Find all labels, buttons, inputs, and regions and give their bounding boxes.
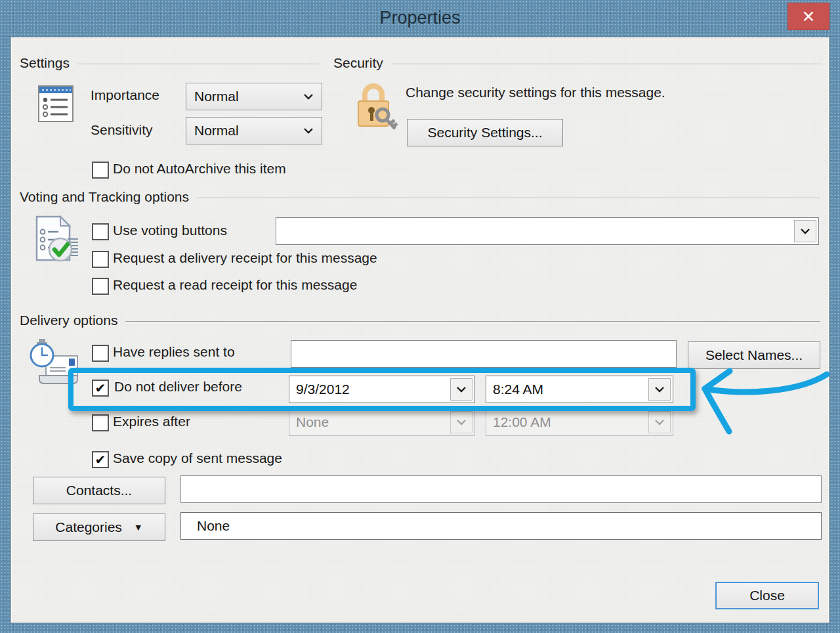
settings-list-icon [37,83,74,123]
select-names-button[interactable]: Select Names... [688,341,820,369]
section-divider [391,64,822,65]
expires-time-combobox: 12:00 AM [486,408,673,436]
properties-dialog: Properties ✕ Settings Security Importanc… [0,0,840,633]
voting-check-icon [30,214,80,265]
categories-label-post: ories [92,519,122,535]
do-not-deliver-checkbox[interactable]: ✔ [92,380,109,397]
chevron-down-icon [456,386,467,393]
delivery-header-label: Delivery options [20,313,117,328]
read-receipt-checkbox[interactable] [92,278,109,295]
replies-to-input[interactable] [291,340,677,368]
voting-combobox[interactable] [276,217,819,245]
expires-time-dropdown-button [648,411,671,433]
categories-button[interactable]: Categories ▼ [33,513,165,541]
security-header-label: Security [333,55,383,71]
section-divider [125,321,820,322]
expires-date-combobox: None [289,408,475,436]
dialog-title: Properties [0,8,840,28]
chevron-down-icon [800,228,810,234]
lock-icon [352,77,399,131]
delivery-section-header: Delivery options [20,313,820,328]
save-copy-label: Save copy of sent message [113,450,282,466]
expires-label: Expires after [113,414,190,429]
read-receipt-label: Request a read receipt for this message [113,277,357,293]
deliver-date-value: 9/3/2012 [289,382,350,397]
security-settings-button[interactable]: Security Settings... [407,119,563,146]
contacts-button[interactable]: Contacts... [33,477,165,504]
delivery-timer-icon [28,336,83,391]
importance-value: Normal [194,89,239,104]
dropdown-arrow-icon: ▼ [134,522,143,533]
contacts-input[interactable] [180,475,822,503]
autoarchive-checkbox[interactable] [92,162,109,179]
expires-date-dropdown-button [450,411,472,433]
checkmark: ✔ [95,382,106,395]
security-description: Change security settings for this messag… [406,85,665,100]
security-section-header: Security [333,55,822,71]
section-divider [197,198,820,199]
voting-header-label: Voting and Tracking options [20,189,189,205]
sensitivity-select[interactable]: Normal [186,117,322,144]
importance-select[interactable]: Normal [186,83,322,110]
window-close-button[interactable]: ✕ [788,3,830,30]
deliver-time-combobox[interactable]: 8:24 AM [486,376,673,403]
have-replies-checkbox[interactable] [92,345,109,362]
checkmark: ✔ [95,453,106,466]
expires-time-value: 12:00 AM [486,414,551,430]
categories-field[interactable]: None [180,512,822,540]
do-not-deliver-label: Do not deliver before [114,379,242,395]
delivery-receipt-checkbox[interactable] [92,251,109,268]
importance-label: Importance [91,87,159,103]
section-divider [77,64,319,65]
chevron-down-icon [654,419,665,426]
deliver-date-dropdown-button[interactable] [450,378,472,401]
categories-value: None [197,518,230,534]
chevron-down-icon [303,127,314,134]
autoarchive-label: Do not AutoArchive this item [113,161,286,177]
close-icon: ✕ [802,7,816,26]
voting-dropdown-button[interactable] [794,220,816,242]
use-voting-label: Use voting buttons [113,223,227,238]
settings-section-header: Settings [20,55,319,71]
deliver-time-dropdown-button[interactable] [648,378,671,401]
categories-label-pre: Cate [55,519,84,535]
delivery-receipt-label: Request a delivery receipt for this mess… [113,250,377,266]
sensitivity-label: Sensitivity [91,122,153,138]
deliver-date-combobox[interactable]: 9/3/2012 [289,376,475,403]
chevron-down-icon [303,93,314,100]
deliver-time-value: 8:24 AM [486,382,543,397]
have-replies-label: Have replies sent to [113,344,235,360]
sensitivity-value: Normal [194,123,239,139]
use-voting-checkbox[interactable] [92,223,109,240]
voting-section-header: Voting and Tracking options [20,189,820,205]
settings-header-label: Settings [20,55,70,71]
categories-label-accel: g [85,519,93,535]
close-button[interactable]: Close [715,582,819,609]
chevron-down-icon [456,419,467,426]
save-copy-checkbox[interactable]: ✔ [92,451,109,468]
expires-date-value: None [289,414,329,430]
chevron-down-icon [654,386,665,393]
expires-checkbox[interactable] [92,414,109,431]
